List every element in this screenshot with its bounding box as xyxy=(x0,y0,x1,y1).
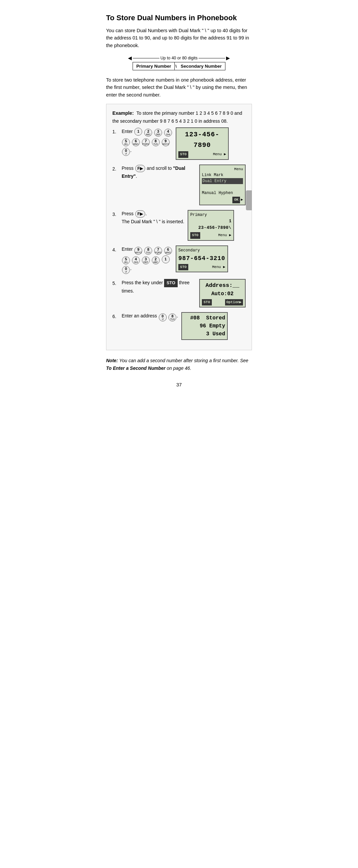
intro-text: You can store Dual Numbers with Dual Mar… xyxy=(106,27,252,49)
key-7p: 7PQRS xyxy=(154,247,162,255)
key-0c: 0↺ xyxy=(159,313,167,321)
key-9w: 9WXYZ xyxy=(134,247,142,255)
step-3-num1: 1 xyxy=(190,218,231,224)
key-f-step3: F▶ xyxy=(135,210,145,218)
key-2: 2ABC xyxy=(144,129,152,137)
key-8t: 8TUV xyxy=(144,247,152,255)
step-5-num: 5. xyxy=(112,279,119,287)
page-num-text: 37 xyxy=(176,382,182,388)
step-2-ok: OK xyxy=(232,197,240,203)
step-2-menu-title: Menu xyxy=(202,166,243,173)
digit-boxes: Primary Number \ Secondary Number xyxy=(133,62,225,70)
primary-number-label: Primary Number xyxy=(133,62,175,70)
arrow-left-icon: ◀ xyxy=(128,55,132,61)
note-end-text: on page 46. xyxy=(167,366,191,371)
step-4-screen: Secondary 987-654-3210 STO Menu ▶ xyxy=(176,245,228,273)
step-1-display: 123-456-7890 xyxy=(178,129,226,151)
step-4: 4. Enter 9WXYZ 8TUV 7PQRS 6MNO 5JKL 4GHI… xyxy=(112,245,246,275)
step-4-text: Enter 9WXYZ 8TUV 7PQRS 6MNO 5JKL 4GHI 3D… xyxy=(122,245,172,275)
key-9: 9WXYZ xyxy=(162,138,170,146)
step-1-menu: Menu ▶ xyxy=(213,152,226,158)
key-0b: 0↺ xyxy=(122,266,130,274)
sto-badge: STO xyxy=(164,279,178,287)
arrow-right-icon: ▶ xyxy=(226,55,230,61)
step-1-menubar: STO Menu ▶ xyxy=(178,151,226,158)
step-5-address1: Address:__ xyxy=(202,281,243,290)
step-4-menubar: STO Menu ▶ xyxy=(178,264,225,271)
step-2-num: 2. xyxy=(112,164,119,173)
key-1: 1 xyxy=(134,128,142,136)
step-3-text: Press F▶. The Dual Mark " \ " is inserte… xyxy=(122,210,184,225)
step-3-num2: 23-456-7890\ xyxy=(190,224,231,231)
key-0: 0↺ xyxy=(122,148,130,156)
step-1: 1. Enter 1 2ABC 3DEF 4GHI 5JKL 6MNO 7PQR… xyxy=(112,127,246,160)
note-label: Note: xyxy=(106,358,118,363)
step-3-screen: Primary 1 23-456-7890\ STO Menu ▶ xyxy=(188,210,234,241)
menu-dual-entry: Dual Entry xyxy=(202,178,243,184)
page-title: To Store Dual Numbers in Phonebook xyxy=(106,13,252,23)
key-6m: 6MNO xyxy=(164,247,172,255)
note-bold-text: To Enter a Second Number xyxy=(106,366,165,371)
step-1-sto: STO xyxy=(178,151,188,158)
step-6-text: Enter an address 0↺ 8TUV. xyxy=(122,312,178,322)
step-6-num: 6. xyxy=(112,312,119,320)
step-3-num: 3. xyxy=(112,210,119,218)
step-4-secondary-label: Secondary xyxy=(178,247,225,254)
step-6-content: Enter an address 0↺ 8TUV. #08 Stored 96 … xyxy=(122,312,228,340)
page-number: 37 xyxy=(106,382,252,388)
step-1-text: Enter 1 2ABC 3DEF 4GHI 5JKL 6MNO 7PQRS 8… xyxy=(122,127,172,157)
example-box: Example: To store the primary number 1 2… xyxy=(106,104,252,350)
step-3-sto: STO xyxy=(190,232,200,239)
step-5: 5. Press the key under STO three times. … xyxy=(112,279,246,307)
step-3: 3. Press F▶. The Dual Mark " \ " is inse… xyxy=(112,210,246,241)
digit-diagram: ◀ Up to 40 or 80 digits ▶ Primary Number… xyxy=(106,55,252,70)
key-5j: 5JKL xyxy=(122,256,130,265)
step-4-content: Enter 9WXYZ 8TUV 7PQRS 6MNO 5JKL 4GHI 3D… xyxy=(122,245,228,275)
step-5-text: Press the key under STO three times. xyxy=(122,279,196,294)
step-6: 6. Enter an address 0↺ 8TUV. #08 Stored … xyxy=(112,312,246,340)
key-3d: 3DEF xyxy=(142,256,150,265)
step-4-sto: STO xyxy=(178,264,188,271)
digit-label: Up to 40 or 80 digits xyxy=(160,56,198,60)
page-tab xyxy=(246,190,252,210)
step-2-screen: Menu Link Mark Dual Entry Manual Hyphen … xyxy=(199,164,246,205)
note-section: Note: You can add a second number after … xyxy=(106,357,252,372)
step-2: 2. Press F▶ and scroll to "Dual Entry". … xyxy=(112,164,246,205)
step-2-text: Press F▶ and scroll to "Dual Entry". xyxy=(122,164,196,180)
key-8tv: 8TUV xyxy=(168,313,176,321)
step-4-menu: Menu ▶ xyxy=(212,265,225,270)
secondary-number-label: Secondary Number xyxy=(177,62,225,70)
step-5-address2: Auto:02 xyxy=(202,290,243,299)
arrow-row: ◀ Up to 40 or 80 digits ▶ xyxy=(128,55,230,61)
key-6: 6MNO xyxy=(132,138,140,146)
dual-mark-divider: \ xyxy=(175,64,177,69)
step-5-content: Press the key under STO three times. Add… xyxy=(122,279,246,307)
menu-manual-hyphen: Manual Hyphen xyxy=(202,191,233,195)
middle-text: To store two telephone numbers in one ph… xyxy=(106,76,252,98)
key-4g: 4GHI xyxy=(132,256,140,265)
step-5-menubar: STO Option▶ xyxy=(202,299,243,306)
example-label: Example: xyxy=(112,111,134,116)
step-5-option: Option▶ xyxy=(225,299,243,306)
key-4: 4GHI xyxy=(164,129,172,137)
key-2a: 2ABC xyxy=(152,256,160,265)
step-3-menubar: STO Menu ▶ xyxy=(190,232,231,239)
key-5: 5JKL xyxy=(122,138,130,146)
step-1-screen: 123-456-7890 STO Menu ▶ xyxy=(176,127,229,160)
key-3: 3DEF xyxy=(154,129,162,137)
key-8: 8TUV xyxy=(152,138,160,146)
step-3-content: Press F▶. The Dual Mark " \ " is inserte… xyxy=(122,210,234,241)
step-5-screen: Address:__ Auto:02 STO Option▶ xyxy=(199,279,246,307)
key-f-step2: F▶ xyxy=(135,165,145,172)
step-3-primary-label: Primary xyxy=(190,212,231,218)
step-2-content: Press F▶ and scroll to "Dual Entry". Men… xyxy=(122,164,246,205)
menu-link-mark: Link Mark xyxy=(202,173,223,178)
step-2-menu-list: Link Mark Dual Entry Manual Hyphen xyxy=(202,172,243,196)
step-5-sto: STO xyxy=(202,299,212,306)
step-3-menu: Menu ▶ xyxy=(218,232,231,239)
note-text: You can add a second number after storin… xyxy=(119,358,248,363)
key-7: 7PQRS xyxy=(142,138,150,146)
step-6-screen: #08 Stored 96 Empty 3 Used xyxy=(181,312,228,340)
step-4-num: 987-654-3210 xyxy=(178,254,225,264)
step-2-ok-row: OK ▶ xyxy=(202,197,243,203)
